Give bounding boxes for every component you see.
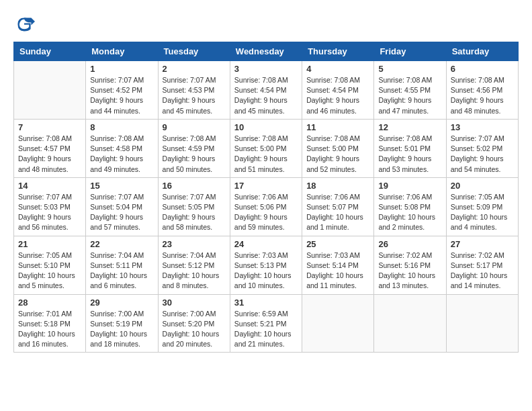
calendar-cell: 16Sunrise: 7:07 AM Sunset: 5:05 PM Dayli…: [158, 177, 230, 236]
day-info: Sunrise: 7:06 AM Sunset: 5:06 PM Dayligh…: [234, 192, 298, 233]
calendar-cell: 17Sunrise: 7:06 AM Sunset: 5:06 PM Dayli…: [230, 177, 302, 236]
day-number: 20: [451, 181, 514, 191]
calendar-week-row: 7Sunrise: 7:08 AM Sunset: 4:57 PM Daylig…: [14, 119, 519, 177]
day-number: 24: [234, 239, 298, 249]
day-info: Sunrise: 7:08 AM Sunset: 5:01 PM Dayligh…: [378, 134, 441, 175]
logo-icon: [13, 13, 35, 35]
calendar-cell: 20Sunrise: 7:05 AM Sunset: 5:09 PM Dayli…: [446, 177, 518, 236]
calendar-cell: 26Sunrise: 7:02 AM Sunset: 5:16 PM Dayli…: [374, 236, 446, 294]
day-info: Sunrise: 7:07 AM Sunset: 5:04 PM Dayligh…: [90, 192, 153, 233]
weekday-header: Sunday: [14, 42, 86, 61]
day-info: Sunrise: 7:06 AM Sunset: 5:07 PM Dayligh…: [306, 192, 369, 233]
calendar-cell: 30Sunrise: 7:00 AM Sunset: 5:20 PM Dayli…: [158, 294, 230, 353]
calendar-cell: 4Sunrise: 7:08 AM Sunset: 4:54 PM Daylig…: [302, 61, 374, 120]
calendar-cell: 23Sunrise: 7:04 AM Sunset: 5:12 PM Dayli…: [158, 236, 230, 294]
calendar-cell: 9Sunrise: 7:08 AM Sunset: 4:59 PM Daylig…: [158, 119, 230, 177]
day-number: 17: [234, 181, 298, 191]
day-number: 12: [378, 122, 441, 132]
day-info: Sunrise: 7:07 AM Sunset: 4:53 PM Dayligh…: [163, 75, 226, 116]
logo: [13, 13, 38, 35]
day-info: Sunrise: 7:02 AM Sunset: 5:16 PM Dayligh…: [378, 250, 441, 291]
day-number: 16: [163, 181, 226, 191]
day-info: Sunrise: 7:07 AM Sunset: 5:02 PM Dayligh…: [451, 134, 514, 175]
calendar-week-row: 14Sunrise: 7:07 AM Sunset: 5:03 PM Dayli…: [14, 177, 519, 236]
day-number: 28: [18, 298, 81, 308]
day-number: 6: [451, 64, 514, 74]
calendar-cell: 1Sunrise: 7:07 AM Sunset: 4:52 PM Daylig…: [86, 61, 158, 120]
day-info: Sunrise: 7:08 AM Sunset: 4:57 PM Dayligh…: [18, 134, 81, 175]
calendar-cell: 13Sunrise: 7:07 AM Sunset: 5:02 PM Dayli…: [446, 119, 518, 177]
day-number: 26: [378, 239, 441, 249]
day-number: 21: [18, 239, 81, 249]
calendar-cell: 22Sunrise: 7:04 AM Sunset: 5:11 PM Dayli…: [86, 236, 158, 294]
calendar-cell: 27Sunrise: 7:02 AM Sunset: 5:17 PM Dayli…: [446, 236, 518, 294]
day-number: 11: [306, 122, 369, 132]
day-number: 23: [163, 239, 226, 249]
calendar-cell: 19Sunrise: 7:06 AM Sunset: 5:08 PM Dayli…: [374, 177, 446, 236]
day-number: 5: [378, 64, 441, 74]
day-info: Sunrise: 7:04 AM Sunset: 5:12 PM Dayligh…: [163, 250, 226, 291]
day-info: Sunrise: 7:01 AM Sunset: 5:18 PM Dayligh…: [18, 309, 81, 350]
calendar-cell: [446, 294, 518, 353]
calendar-cell: 21Sunrise: 7:05 AM Sunset: 5:10 PM Dayli…: [14, 236, 86, 294]
day-number: 27: [451, 239, 514, 249]
day-number: 1: [90, 64, 153, 74]
calendar-cell: 29Sunrise: 7:00 AM Sunset: 5:19 PM Dayli…: [86, 294, 158, 353]
day-info: Sunrise: 7:08 AM Sunset: 4:59 PM Dayligh…: [163, 134, 226, 175]
calendar-cell: [14, 61, 86, 120]
day-number: 3: [234, 64, 298, 74]
day-info: Sunrise: 7:07 AM Sunset: 5:05 PM Dayligh…: [163, 192, 226, 233]
day-info: Sunrise: 7:03 AM Sunset: 5:13 PM Dayligh…: [234, 250, 298, 291]
day-number: 10: [234, 122, 298, 132]
calendar-cell: 11Sunrise: 7:08 AM Sunset: 5:00 PM Dayli…: [302, 119, 374, 177]
day-info: Sunrise: 7:08 AM Sunset: 4:54 PM Dayligh…: [306, 75, 369, 116]
day-info: Sunrise: 7:07 AM Sunset: 4:52 PM Dayligh…: [90, 75, 153, 116]
day-number: 9: [163, 122, 226, 132]
calendar-cell: 3Sunrise: 7:08 AM Sunset: 4:54 PM Daylig…: [230, 61, 302, 120]
day-info: Sunrise: 7:08 AM Sunset: 4:56 PM Dayligh…: [451, 75, 514, 116]
day-info: Sunrise: 7:05 AM Sunset: 5:09 PM Dayligh…: [451, 192, 514, 233]
calendar-cell: [374, 294, 446, 353]
calendar-cell: 31Sunrise: 6:59 AM Sunset: 5:21 PM Dayli…: [230, 294, 302, 353]
calendar-week-row: 1Sunrise: 7:07 AM Sunset: 4:52 PM Daylig…: [14, 61, 519, 120]
day-number: 2: [163, 64, 226, 74]
day-number: 4: [306, 64, 369, 74]
calendar-cell: 12Sunrise: 7:08 AM Sunset: 5:01 PM Dayli…: [374, 119, 446, 177]
day-number: 15: [90, 181, 153, 191]
calendar-cell: 7Sunrise: 7:08 AM Sunset: 4:57 PM Daylig…: [14, 119, 86, 177]
calendar-table: SundayMondayTuesdayWednesdayThursdayFrid…: [13, 42, 519, 353]
weekday-header: Thursday: [302, 42, 374, 61]
day-number: 25: [306, 239, 369, 249]
day-number: 29: [90, 298, 153, 308]
page-header: [13, 13, 519, 35]
weekday-header: Monday: [86, 42, 158, 61]
weekday-header: Tuesday: [158, 42, 230, 61]
weekday-header: Saturday: [446, 42, 518, 61]
day-number: 18: [306, 181, 369, 191]
day-number: 31: [234, 298, 298, 308]
weekday-header: Wednesday: [230, 42, 302, 61]
calendar-cell: 10Sunrise: 7:08 AM Sunset: 5:00 PM Dayli…: [230, 119, 302, 177]
calendar-cell: 25Sunrise: 7:03 AM Sunset: 5:14 PM Dayli…: [302, 236, 374, 294]
calendar-cell: 24Sunrise: 7:03 AM Sunset: 5:13 PM Dayli…: [230, 236, 302, 294]
calendar-cell: [302, 294, 374, 353]
day-info: Sunrise: 7:08 AM Sunset: 5:00 PM Dayligh…: [234, 134, 298, 175]
day-info: Sunrise: 6:59 AM Sunset: 5:21 PM Dayligh…: [234, 309, 298, 350]
day-info: Sunrise: 7:00 AM Sunset: 5:20 PM Dayligh…: [163, 309, 226, 350]
weekday-header: Friday: [374, 42, 446, 61]
day-info: Sunrise: 7:08 AM Sunset: 4:55 PM Dayligh…: [378, 75, 441, 116]
day-info: Sunrise: 7:00 AM Sunset: 5:19 PM Dayligh…: [90, 309, 153, 350]
day-number: 13: [451, 122, 514, 132]
calendar-cell: 2Sunrise: 7:07 AM Sunset: 4:53 PM Daylig…: [158, 61, 230, 120]
calendar-cell: 14Sunrise: 7:07 AM Sunset: 5:03 PM Dayli…: [14, 177, 86, 236]
calendar-cell: 18Sunrise: 7:06 AM Sunset: 5:07 PM Dayli…: [302, 177, 374, 236]
day-number: 8: [90, 122, 153, 132]
day-info: Sunrise: 7:03 AM Sunset: 5:14 PM Dayligh…: [306, 250, 369, 291]
calendar-cell: 5Sunrise: 7:08 AM Sunset: 4:55 PM Daylig…: [374, 61, 446, 120]
day-info: Sunrise: 7:08 AM Sunset: 5:00 PM Dayligh…: [306, 134, 369, 175]
day-info: Sunrise: 7:08 AM Sunset: 4:58 PM Dayligh…: [90, 134, 153, 175]
calendar-cell: 6Sunrise: 7:08 AM Sunset: 4:56 PM Daylig…: [446, 61, 518, 120]
day-number: 19: [378, 181, 441, 191]
day-info: Sunrise: 7:05 AM Sunset: 5:10 PM Dayligh…: [18, 250, 81, 291]
calendar-cell: 8Sunrise: 7:08 AM Sunset: 4:58 PM Daylig…: [86, 119, 158, 177]
